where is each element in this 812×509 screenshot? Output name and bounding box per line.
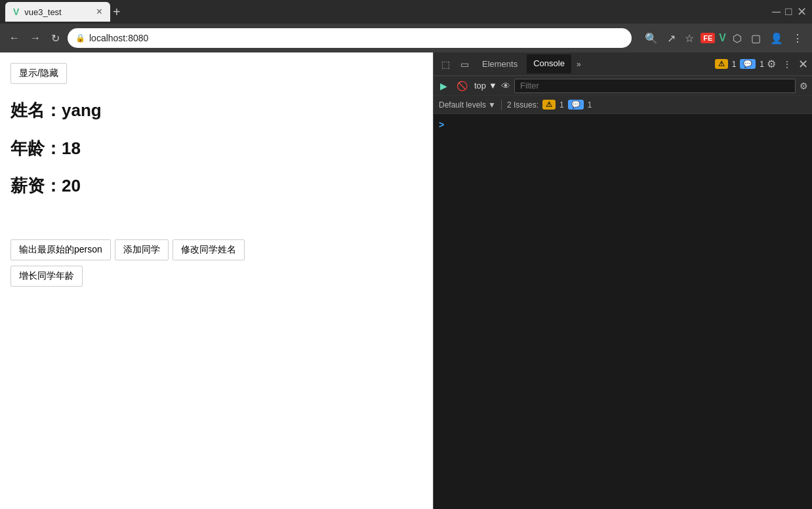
bookmark-icon[interactable]: ☆ bbox=[682, 30, 697, 47]
action-buttons-row2: 增长同学年龄 bbox=[10, 266, 422, 287]
show-hide-button[interactable]: 显示/隐藏 bbox=[10, 63, 67, 84]
window-controls: ─ ☐ ✕ bbox=[772, 5, 807, 19]
issues-info-num: 1 bbox=[588, 100, 592, 110]
increase-age-button[interactable]: 增长同学年龄 bbox=[10, 266, 83, 287]
issues-warn-mini: ⚠ bbox=[542, 100, 556, 110]
devtools-device-btn[interactable]: ▭ bbox=[457, 56, 473, 72]
menu-icon[interactable]: ⋮ bbox=[790, 30, 805, 47]
console-filter-input[interactable] bbox=[514, 79, 796, 93]
webpage-content: 显示/隐藏 姓名：yang 年龄：18 薪资：20 输出最原始的person 添… bbox=[0, 52, 433, 509]
address-display: localhost:8080 bbox=[89, 33, 624, 43]
new-tab-button[interactable]: + bbox=[113, 5, 121, 20]
issues-summary: 2 Issues: ⚠ 1 💬 1 bbox=[507, 100, 592, 110]
forward-button[interactable]: → bbox=[28, 30, 43, 47]
tab-bar: V vue3_test × + ─ ☐ ✕ bbox=[0, 0, 812, 24]
console-prompt-line[interactable]: > bbox=[439, 117, 807, 132]
back-button[interactable]: ← bbox=[7, 30, 22, 47]
context-dropdown-icon: ▼ bbox=[489, 81, 497, 91]
salary-display: 薪资：20 bbox=[10, 176, 81, 195]
reload-button[interactable]: ↻ bbox=[49, 30, 62, 47]
levels-dropdown-icon: ▼ bbox=[488, 100, 496, 110]
action-buttons-row1: 输出最原始的person 添加同学 修改同学姓名 bbox=[10, 239, 422, 260]
lock-icon: 🔒 bbox=[75, 33, 85, 43]
address-bar-input-wrap[interactable]: 🔒 localhost:8080 bbox=[68, 28, 632, 48]
devtools-secondary-toolbar: ▶ 🚫 top ▼ 👁 ⚙ bbox=[434, 76, 812, 96]
extensions-icon[interactable]: ⬡ bbox=[730, 30, 744, 47]
minimize-btn[interactable]: ─ bbox=[772, 5, 781, 19]
issues-warning-badge: ⚠ bbox=[715, 59, 728, 69]
zoom-icon[interactable]: 🔍 bbox=[642, 30, 660, 47]
more-tabs-btn[interactable]: » bbox=[574, 57, 584, 71]
issues-info-mini: 💬 bbox=[568, 100, 584, 110]
vue-tab-icon: V bbox=[13, 7, 19, 17]
console-play-btn[interactable]: ▶ bbox=[437, 79, 450, 92]
context-selector[interactable]: top ▼ bbox=[474, 81, 497, 91]
tab-close-btn[interactable]: × bbox=[96, 6, 102, 18]
devtools-settings-btn[interactable]: ⚙ bbox=[767, 58, 776, 70]
name-section: 姓名：yang bbox=[10, 97, 422, 125]
age-display: 年龄：18 bbox=[10, 138, 81, 158]
devtools-toolbar: ⬚ ▭ Elements Console » ⚠ 1 💬 1 ⚙ ⋮ ✕ bbox=[434, 52, 812, 76]
issues-text: 2 Issues: bbox=[507, 100, 538, 110]
devtools-tertiary-toolbar: Default levels ▼ 2 Issues: ⚠ 1 💬 1 bbox=[434, 96, 812, 114]
fe-extension-icon[interactable]: FE bbox=[700, 33, 715, 43]
main-area: 显示/隐藏 姓名：yang 年龄：18 薪资：20 输出最原始的person 添… bbox=[0, 52, 812, 509]
maximize-btn[interactable]: ☐ bbox=[784, 7, 793, 17]
context-label: top bbox=[474, 81, 486, 91]
address-bar: ← → ↻ 🔒 localhost:8080 🔍 ↗ ☆ FE V ⬡ ▢ 👤 … bbox=[0, 24, 812, 52]
vue-extension-icon[interactable]: V bbox=[719, 32, 726, 44]
toolbar-separator bbox=[501, 100, 502, 110]
age-section: 年龄：18 bbox=[10, 135, 422, 163]
devtools-close-btn[interactable]: ✕ bbox=[798, 57, 808, 71]
issues-warning-count: 1 bbox=[732, 60, 737, 69]
console-eye-btn[interactable]: 👁 bbox=[501, 81, 510, 91]
devtools-more-btn[interactable]: ⋮ bbox=[779, 56, 796, 72]
default-levels-selector[interactable]: Default levels ▼ bbox=[439, 100, 496, 110]
modify-name-button[interactable]: 修改同学姓名 bbox=[173, 239, 245, 260]
default-levels-label: Default levels bbox=[439, 100, 486, 110]
console-settings-btn[interactable]: ⚙ bbox=[800, 81, 808, 91]
console-caret-icon: > bbox=[439, 119, 444, 130]
console-stop-btn[interactable]: 🚫 bbox=[454, 79, 470, 92]
browser-toolbar-icons: 🔍 ↗ ☆ FE V ⬡ ▢ 👤 ⋮ bbox=[642, 30, 805, 47]
tab-elements[interactable]: Elements bbox=[476, 55, 524, 73]
devtools-panel: ⬚ ▭ Elements Console » ⚠ 1 💬 1 ⚙ ⋮ ✕ ▶ 🚫… bbox=[433, 52, 812, 509]
issues-warn-num: 1 bbox=[559, 100, 564, 110]
salary-section: 薪资：20 bbox=[10, 173, 422, 200]
add-classmate-button[interactable]: 添加同学 bbox=[115, 239, 169, 260]
output-person-button[interactable]: 输出最原始的person bbox=[10, 239, 111, 260]
split-screen-icon[interactable]: ▢ bbox=[748, 30, 763, 47]
name-display: 姓名：yang bbox=[10, 100, 102, 120]
share-icon[interactable]: ↗ bbox=[664, 30, 678, 47]
console-output: > bbox=[434, 114, 812, 509]
close-window-btn[interactable]: ✕ bbox=[797, 5, 807, 19]
issues-info-badge: 💬 bbox=[740, 59, 756, 69]
profile-icon[interactable]: 👤 bbox=[767, 30, 786, 47]
tab-console[interactable]: Console bbox=[527, 54, 571, 73]
active-tab[interactable]: V vue3_test × bbox=[5, 2, 110, 22]
issues-info-count: 1 bbox=[760, 60, 764, 69]
devtools-cursor-btn[interactable]: ⬚ bbox=[437, 56, 454, 72]
tab-title: vue3_test bbox=[24, 7, 61, 17]
